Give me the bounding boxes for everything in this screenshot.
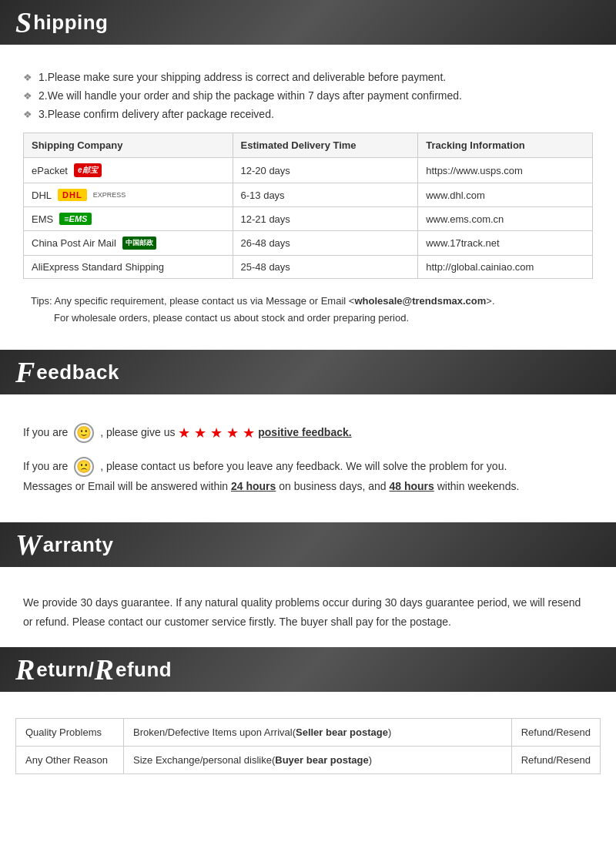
other-resolution-cell: Refund/Resend [511, 747, 600, 774]
sad-smiley-icon: 🙁 [74, 457, 94, 477]
tips-block: Tips: Any specific requirement, please c… [23, 293, 593, 334]
other-reason-cell: Any Other Reason [16, 747, 124, 774]
company-name-ali: AliExpress Standard Shipping [32, 261, 164, 273]
tips-prefix: Tips: Any specific requirement, please c… [31, 295, 354, 307]
ems-logo: ≡EMS [59, 213, 92, 225]
col-company: Shipping Company [24, 133, 233, 158]
delivery-time-epacket: 12-20 days [233, 158, 418, 183]
company-cell: China Post Air Mail 中国邮政 [24, 231, 233, 256]
warranty-content: We provide 30 days guarantee. If any nat… [0, 581, 616, 647]
other-resolution-label: Refund/Resend [521, 754, 591, 766]
tracking-dhl: www.dhl.com [418, 183, 593, 207]
happy-text-after: , please give us [100, 426, 175, 438]
delivery-time-chinapost: 26-48 days [233, 231, 418, 256]
bullet-2: ❖ [23, 90, 32, 102]
return-table: Quality Problems Broken/Defective Items … [15, 718, 601, 774]
stars-icon: ★ ★ ★ ★ ★ [178, 425, 255, 441]
shipping-title-big: S [15, 8, 32, 37]
company-name-ems: EMS [32, 213, 53, 225]
happy-text-before: If you are [23, 426, 68, 438]
return-title-rest2: efund [116, 659, 172, 679]
return-title-rest1: eturn/ [36, 659, 94, 679]
warranty-title-big: W [15, 530, 42, 559]
sad-text-middle: , please contact us before you leave any… [100, 460, 507, 472]
company-cell: ePacket e邮宝 [24, 158, 233, 183]
quality-problems-cell: Quality Problems [16, 719, 124, 747]
quality-problems-label: Quality Problems [25, 726, 102, 738]
tracking-epacket: https://www.usps.com [418, 158, 593, 183]
return-title-big2: R [95, 655, 114, 684]
table-row: EMS ≡EMS 12-21 days www.ems.com.cn [24, 207, 593, 231]
delivery-time-ems: 12-21 days [233, 207, 418, 231]
other-desc-suffix: ) [369, 754, 372, 766]
shipping-text-2: 2.We will handle your order and ship the… [38, 89, 462, 102]
sad-text2-suffix: within weekends. [434, 480, 520, 492]
table-row: China Post Air Mail 中国邮政 26-48 days www.… [24, 231, 593, 256]
happy-feedback-row: If you are 🙂 , please give us ★ ★ ★ ★ ★ … [23, 421, 593, 445]
sad-text2-middle: on business days, and [276, 480, 389, 492]
company-cell: EMS ≡EMS [24, 207, 233, 231]
tips-line2: For wholesale orders, please contact us … [31, 312, 409, 324]
return-section: R eturn/ R efund Quality Problems Broken… [0, 647, 616, 790]
delivery-time-dhl: 6-13 days [233, 183, 418, 207]
happy-smiley-icon: 🙂 [74, 423, 94, 443]
positive-feedback-label: positive feedback. [258, 426, 351, 438]
feedback-section: F eedback If you are 🙂 , please give us … [0, 350, 616, 522]
col-delivery: Estimated Delivery Time [233, 133, 418, 158]
sad-text-start: If you are [23, 460, 68, 472]
other-description-cell: Size Exchange/personal dislike(Buyer bea… [124, 747, 512, 774]
company-name-epacket: ePacket [32, 165, 68, 176]
return-content: Quality Problems Broken/Defective Items … [0, 706, 616, 790]
dhl-subtitle: EXPRESS [93, 191, 126, 199]
quality-desc-suffix: ) [388, 726, 391, 738]
table-row: AliExpress Standard Shipping 25-48 days … [24, 256, 593, 279]
return-title-big1: R [15, 655, 35, 684]
shipping-item-1: ❖ 1.Please make sure your shipping addre… [23, 71, 593, 83]
shipping-title-rest: hipping [33, 12, 108, 32]
col-tracking: Tracking Information [418, 133, 593, 158]
tracking-chinapost: www.17track.net [418, 231, 593, 256]
company-name-dhl: DHL [32, 190, 52, 201]
shipping-header: S hipping [0, 0, 616, 45]
shipping-text-3: 3.Please confirm delivery after package … [38, 108, 274, 120]
table-row: ePacket e邮宝 12-20 days https://www.usps.… [24, 158, 593, 183]
warranty-header: W arranty [0, 522, 616, 567]
epacket-logo: e邮宝 [74, 163, 102, 177]
bullet-1: ❖ [23, 72, 32, 83]
chinapost-logo: 中国邮政 [122, 237, 156, 250]
tracking-ems: www.ems.com.cn [418, 207, 593, 231]
dhl-logo: DHL [58, 189, 87, 201]
hours-48-label: 48 hours [389, 480, 434, 492]
feedback-title-rest: eedback [36, 362, 119, 382]
shipping-table: Shipping Company Estimated Delivery Time… [23, 133, 593, 279]
shipping-section: S hipping ❖ 1.Please make sure your ship… [0, 0, 616, 350]
table-header-row: Shipping Company Estimated Delivery Time… [24, 133, 593, 158]
tips-closing: >. [486, 295, 494, 307]
tips-email: wholesale@trendsmax.com [354, 295, 486, 307]
table-row: Quality Problems Broken/Defective Items … [16, 719, 601, 747]
warranty-text: We provide 30 days guarantee. If any nat… [23, 593, 593, 632]
quality-desc-bold: Seller bear postage [296, 726, 388, 738]
company-cell-ali: AliExpress Standard Shipping [24, 256, 233, 279]
quality-resolution-label: Refund/Resend [521, 726, 591, 738]
sad-feedback-row: If you are 🙁 , please contact us before … [23, 457, 593, 496]
company-name-chinapost: China Post Air Mail [32, 237, 116, 249]
other-desc-bold: Buyer bear postage [275, 754, 368, 766]
delivery-time-ali: 25-48 days [233, 256, 418, 279]
shipping-item-2: ❖ 2.We will handle your order and ship t… [23, 89, 593, 102]
warranty-title-rest: arranty [43, 535, 114, 555]
quality-desc-prefix: Broken/Defective Items upon Arrival( [133, 726, 296, 738]
other-reason-label: Any Other Reason [25, 754, 108, 766]
shipping-content: ❖ 1.Please make sure your shipping addre… [0, 59, 616, 350]
feedback-title-big: F [15, 357, 35, 387]
tracking-ali: http://global.cainiao.com [418, 256, 593, 279]
feedback-content: If you are 🙂 , please give us ★ ★ ★ ★ ★ … [0, 408, 616, 522]
quality-description-cell: Broken/Defective Items upon Arrival(Sell… [124, 719, 512, 747]
bullet-3: ❖ [23, 109, 32, 120]
feedback-header: F eedback [0, 350, 616, 394]
shipping-text-1: 1.Please make sure your shipping address… [38, 71, 446, 83]
table-row: Any Other Reason Size Exchange/personal … [16, 747, 601, 774]
warranty-section: W arranty We provide 30 days guarantee. … [0, 522, 616, 647]
sad-text2-prefix: Messages or Email will be answered withi… [23, 480, 231, 492]
quality-resolution-cell: Refund/Resend [511, 719, 600, 747]
